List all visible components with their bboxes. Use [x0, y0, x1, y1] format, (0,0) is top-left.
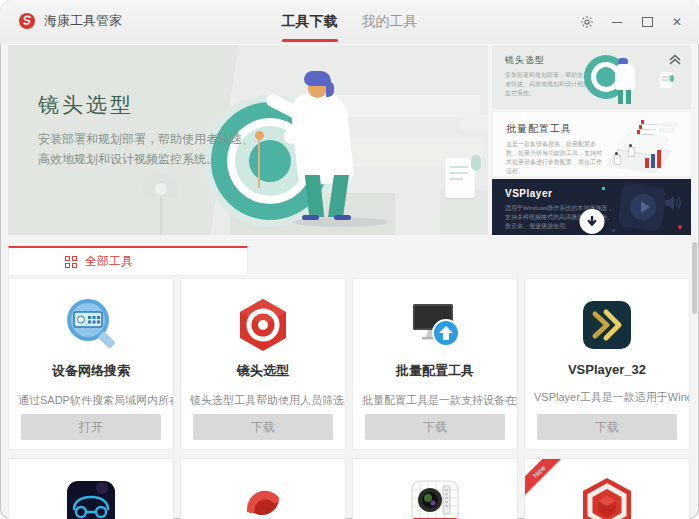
mini-document-line	[662, 76, 670, 78]
deco-block	[330, 95, 480, 117]
lens-target-center	[249, 140, 291, 182]
tool-card-vsplayer-32[interactable]: VSPlayer_32 VSPlayer工具是一款适用于Window... 下载	[524, 278, 690, 450]
banner-thumb-batch-config[interactable]: 批量配置工具 这是一款集设备搜索、批量配置参数、批量升级等功能的工具，支持对大批…	[492, 111, 691, 177]
iso-box	[659, 128, 675, 133]
tab-all-tools[interactable]: 全部工具	[8, 246, 248, 276]
banner-thumb-vsplayer[interactable]: VSPlayer 适用于Windows操作系统的本地播放器，支持多种视频格式的高…	[492, 179, 691, 235]
person-stick	[258, 140, 260, 188]
tools-grid: 设备网络搜索 通过SADP软件搜索局域网内所在网... 打开 镜头选型 镜头选型…	[0, 276, 699, 519]
iso-bar	[651, 154, 655, 168]
sadp-search-icon	[9, 296, 173, 354]
mini-person-leg	[618, 90, 623, 104]
thumb-title: 批量配置工具	[506, 122, 572, 136]
deco-block	[460, 115, 488, 129]
tool-card-partial-car[interactable]	[8, 458, 174, 519]
document-line	[450, 172, 468, 174]
vsplayer-icon	[525, 296, 689, 354]
maximize-button[interactable]	[637, 12, 657, 32]
banner-desc-line: 高效地规划和设计视频监控系统。	[38, 149, 254, 169]
document-scroll	[471, 155, 481, 171]
document-line	[450, 178, 463, 180]
tab-label: 工具下载	[282, 13, 338, 31]
iso-figure-body	[628, 147, 635, 157]
open-button[interactable]: 打开	[21, 414, 161, 440]
banner-description: 安装部署和规划部署，帮助使用者快速、 高效地规划和设计视频监控系统。	[38, 129, 254, 169]
mini-target-center	[596, 67, 616, 87]
mini-person-leg	[626, 90, 631, 104]
tool-card-batch-config[interactable]: 批量配置工具 批量配置工具是一款支持设备在线搜... 下载	[352, 278, 518, 450]
thumb-desc: 这是一款集设备搜索、批量配置参数、批量升级等功能的工具，支持对大批量设备进行参数…	[506, 140, 606, 176]
mini-person-coat	[615, 64, 635, 90]
iso-box	[661, 122, 677, 127]
close-button[interactable]: ✕	[667, 12, 687, 32]
tool-card-device-network-search[interactable]: 设备网络搜索 通过SADP软件搜索局域网内所在网... 打开	[8, 278, 174, 450]
banner-desc-line: 安装部署和规划部署，帮助使用者快速、	[38, 129, 254, 149]
grid-icon	[65, 256, 77, 268]
tool-description: 通过SADP软件搜索局域网内所在网...	[9, 393, 173, 408]
iso-server	[637, 130, 654, 134]
tab-label: 我的工具	[362, 13, 418, 31]
tab-tool-download[interactable]: 工具下载	[282, 0, 338, 44]
collapse-chevron-up-icon[interactable]	[667, 51, 683, 67]
title-bar: 海康工具管家 工具下载 我的工具 ✕	[0, 0, 699, 44]
banner-thumbnails: 镜头选型 安装部署和规划部署，帮助使用者快速、高效地规划和设计视频监控系统。	[492, 45, 691, 235]
tool-name: 设备网络搜索	[9, 362, 173, 380]
tool-name: 镜头选型	[181, 362, 345, 380]
download-button[interactable]: 下载	[193, 414, 333, 440]
minimize-button[interactable]	[607, 12, 627, 32]
tool-description: VSPlayer工具是一款适用于Window...	[525, 390, 689, 405]
thumb-title: 镜头选型	[505, 54, 545, 67]
deco-dot	[678, 225, 682, 229]
iso-figure-body	[614, 155, 621, 165]
settings-gear-icon[interactable]	[577, 12, 597, 32]
sync-swirl-tool-icon	[181, 476, 345, 519]
document-line	[450, 166, 468, 168]
tool-description: 镜头选型工具帮助使用人员筛选相机...	[181, 393, 345, 408]
dome-camera-lens	[155, 183, 167, 195]
car-tool-icon	[9, 476, 173, 519]
iso-server	[639, 125, 656, 129]
banner-area: 镜头选型 安装部署和规划部署，帮助使用者快速、 高效地规划和设计视频监控系统。 …	[8, 45, 691, 235]
app-window: 海康工具管家 工具下载 我的工具 ✕	[0, 0, 699, 519]
thumb-desc: 安装部署和规划部署，帮助使用者快速、高效地规划和设计视频监控系统。	[505, 71, 593, 98]
deco-dot	[612, 229, 615, 232]
person-shoe	[334, 215, 351, 220]
person-shoe	[302, 215, 319, 220]
download-button[interactable]: 下载	[365, 414, 505, 440]
all-tools-label: 全部工具	[85, 253, 133, 270]
hex-cube-tool-icon	[525, 476, 689, 519]
tool-description: 批量配置工具是一款支持设备在线搜...	[353, 393, 517, 408]
dome-camera-pole	[160, 197, 162, 235]
lens-calculator-tool-icon	[353, 476, 517, 519]
iso-bar	[657, 150, 661, 168]
section-strip: 全部工具	[8, 246, 691, 276]
batch-config-icon	[353, 296, 517, 354]
speaker-icon	[664, 195, 682, 211]
deco-dot	[602, 187, 605, 190]
mini-document-scroll	[670, 75, 674, 82]
lens-selection-icon	[181, 296, 345, 354]
tool-card-partial-lens-calc[interactable]	[352, 458, 518, 519]
banner-title: 镜头选型	[38, 91, 134, 119]
mini-document-line	[662, 79, 670, 81]
person-hair-back	[326, 81, 334, 97]
thumb-title: VSPlayer	[505, 188, 552, 199]
tool-card-partial-hex-cube[interactable]: New	[524, 458, 690, 519]
tool-name: 批量配置工具	[353, 362, 517, 380]
scrollbar-thumb[interactable]	[692, 242, 697, 314]
tool-card-partial-swirl[interactable]	[180, 458, 346, 519]
download-button[interactable]: 下载	[537, 414, 677, 440]
iso-server	[641, 120, 658, 124]
window-controls: ✕	[577, 0, 687, 44]
tab-my-tools[interactable]: 我的工具	[362, 0, 418, 44]
banner-thumb-lens-selection[interactable]: 镜头选型 安装部署和规划部署，帮助使用者快速、高效地规划和设计视频监控系统。	[492, 45, 691, 109]
tool-card-lens-selection[interactable]: 镜头选型 镜头选型工具帮助使用人员筛选相机... 下载	[180, 278, 346, 450]
tool-name: VSPlayer_32	[525, 362, 689, 377]
banner-lens-selection[interactable]: 镜头选型 安装部署和规划部署，帮助使用者快速、 高效地规划和设计视频监控系统。	[8, 45, 488, 235]
play-triangle-icon	[639, 200, 651, 214]
iso-bar	[645, 158, 649, 168]
scroll-down-arrow-icon[interactable]	[579, 209, 604, 234]
active-tab-underline	[282, 39, 338, 42]
person-hand	[255, 131, 264, 140]
